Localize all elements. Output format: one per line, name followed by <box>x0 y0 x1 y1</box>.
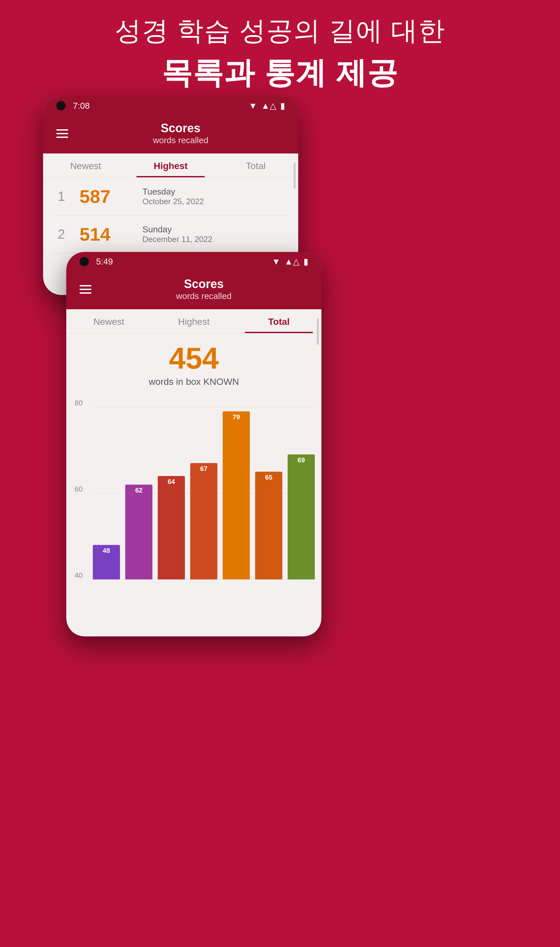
scroll-indicator-2 <box>317 318 319 345</box>
title-line2: 목록과 통계 제공 <box>0 52 560 94</box>
scroll-indicator-1 <box>294 162 295 189</box>
bars-wrapper: 48626467796569 <box>93 407 315 579</box>
bar-value-5: 65 <box>265 474 272 481</box>
title-line1: 성경 학습 성공의 길에 대한 <box>0 13 560 49</box>
bar-item-2: 64 <box>158 407 185 579</box>
total-label: words in box KNOWN <box>76 377 311 387</box>
phone-1-time: 7:08 <box>73 101 90 111</box>
bar-item-4: 79 <box>223 407 250 579</box>
rank-1: 1 <box>53 189 69 204</box>
tab-newest-1[interactable]: Newest <box>43 154 128 177</box>
phone-1-header-title: Scores words recalled <box>76 121 285 146</box>
score-row-1: 1 587 Tuesday October 25, 2022 <box>53 178 288 216</box>
tab-highest-2[interactable]: Highest <box>151 309 237 333</box>
title-area: 성경 학습 성공의 길에 대한 목록과 통계 제공 <box>0 13 560 94</box>
bar-item-3: 67 <box>190 407 217 579</box>
chart-area: 806040 48626467796569 <box>73 407 315 579</box>
phone-2-title-main: Scores <box>99 277 308 291</box>
chart-container: 806040 48626467796569 <box>66 407 322 586</box>
bar-4: 79 <box>223 411 250 579</box>
bar-value-2: 64 <box>168 478 175 486</box>
phone-2-title-sub: words recalled <box>99 291 308 301</box>
score-1: 587 <box>80 186 132 207</box>
wifi-icon: ▼ <box>249 101 257 111</box>
bar-item-6: 69 <box>288 407 315 579</box>
bar-item-5: 65 <box>255 407 282 579</box>
phone-1-title-main: Scores <box>76 121 285 135</box>
date-1: Tuesday October 25, 2022 <box>143 186 204 206</box>
tab-total-2[interactable]: Total <box>236 309 322 333</box>
bar-6: 69 <box>288 454 315 579</box>
total-number: 454 <box>76 343 311 373</box>
phone-2-status-bar: 5:49 ▼ ▲△ ▮ <box>66 252 322 271</box>
phone-2-time: 5:49 <box>96 257 113 267</box>
fulldate-2: December 11, 2022 <box>143 235 212 244</box>
phone-2-status-icons: ▼ ▲△ ▮ <box>272 257 308 267</box>
hamburger-menu-2[interactable] <box>80 285 91 294</box>
tab-newest-2[interactable]: Newest <box>66 309 151 333</box>
phone-1-status-bar: 7:08 ▼ ▲△ ▮ <box>43 96 298 115</box>
phone-1-score-list: 1 587 Tuesday October 25, 2022 2 514 Sun… <box>43 178 298 253</box>
wifi-icon-2: ▼ <box>272 257 281 267</box>
fulldate-1: October 25, 2022 <box>143 197 204 206</box>
bar-2: 64 <box>158 476 185 579</box>
camera-notch-1 <box>56 101 66 110</box>
day-2: Sunday <box>143 225 212 235</box>
battery-icon-2: ▮ <box>303 257 308 267</box>
bar-value-1: 62 <box>135 487 143 494</box>
tab-total-1[interactable]: Total <box>213 154 298 177</box>
phone-1-status-icons: ▼ ▲△ ▮ <box>249 101 285 111</box>
bar-value-4: 79 <box>232 413 240 421</box>
page-background: 성경 학습 성공의 길에 대한 목록과 통계 제공 7:08 ▼ ▲△ ▮ <box>0 0 560 947</box>
bar-value-3: 67 <box>200 465 208 473</box>
bar-value-6: 69 <box>298 456 305 464</box>
bar-value-0: 48 <box>103 547 110 554</box>
score-row-2: 2 514 Sunday December 11, 2022 <box>53 216 288 253</box>
score-2: 514 <box>80 223 132 245</box>
phone-2: 5:49 ▼ ▲△ ▮ Scores words recalled <box>66 252 322 636</box>
grid-line-40: 40 <box>93 579 315 580</box>
phone-2-tabs: Newest Highest Total <box>66 309 322 333</box>
day-1: Tuesday <box>143 186 204 197</box>
tab-highest-1[interactable]: Highest <box>128 154 214 177</box>
phone-1-tabs: Newest Highest Total <box>43 154 298 178</box>
phone-1-title-sub: words recalled <box>76 135 285 146</box>
bar-0: 48 <box>93 545 120 579</box>
bar-item-1: 62 <box>125 407 152 579</box>
camera-notch-2 <box>80 257 89 266</box>
rank-2: 2 <box>53 227 69 242</box>
hamburger-menu-1[interactable] <box>56 129 68 138</box>
bar-5: 65 <box>255 472 282 579</box>
bar-3: 67 <box>190 463 217 579</box>
battery-icon: ▮ <box>280 101 285 111</box>
date-2: Sunday December 11, 2022 <box>143 225 212 244</box>
grid-label-40: 40 <box>75 571 83 580</box>
signal-icon: ▲△ <box>261 101 276 111</box>
phone-2-screen: 5:49 ▼ ▲△ ▮ Scores words recalled <box>66 252 322 636</box>
phone-2-header: Scores words recalled <box>66 271 322 309</box>
phone-2-header-title: Scores words recalled <box>99 277 308 301</box>
grid-label-60: 60 <box>75 485 83 494</box>
signal-icon-2: ▲△ <box>284 257 300 267</box>
bar-item-0: 48 <box>93 407 120 579</box>
bar-1: 62 <box>125 485 152 579</box>
phone-1-header: Scores words recalled <box>43 115 298 154</box>
total-content: 454 words in box KNOWN <box>66 333 322 407</box>
